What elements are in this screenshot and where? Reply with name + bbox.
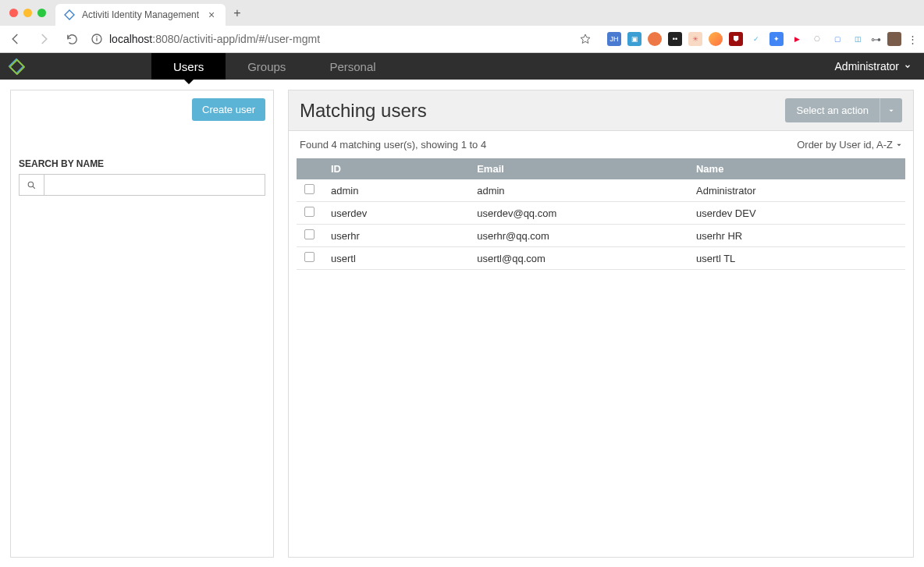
minimize-window-icon[interactable] xyxy=(23,9,32,17)
select-action-button[interactable]: Select an action xyxy=(785,98,880,122)
tab-title: Activiti Identity Management xyxy=(82,9,199,20)
svg-line-7 xyxy=(33,186,35,189)
row-checkbox[interactable] xyxy=(304,229,315,239)
extension-icon[interactable]: ✦ xyxy=(769,32,784,46)
svg-rect-2 xyxy=(96,38,97,41)
cell-id: userdev xyxy=(323,202,469,225)
search-label: SEARCH BY NAME xyxy=(19,121,265,169)
profile-avatar-icon[interactable] xyxy=(887,32,901,46)
page-title: Matching users xyxy=(300,100,427,122)
main-layout: Create user SEARCH BY NAME Matching user… xyxy=(0,80,924,567)
svg-marker-0 xyxy=(65,10,74,19)
chevron-down-icon xyxy=(904,62,912,70)
row-checkbox[interactable] xyxy=(304,207,315,217)
user-name: Administrator xyxy=(835,60,899,73)
close-window-icon[interactable] xyxy=(9,9,18,17)
row-checkbox[interactable] xyxy=(304,184,315,194)
svg-point-3 xyxy=(96,36,98,37)
url-host: localhost xyxy=(109,33,152,45)
nav-groups[interactable]: Groups xyxy=(226,53,307,80)
cell-name: userdev DEV xyxy=(688,202,905,225)
arrow-right-icon xyxy=(37,32,51,46)
bookmark-star-icon[interactable] xyxy=(579,33,592,45)
nav-label: Personal xyxy=(329,60,375,73)
create-user-button[interactable]: Create user xyxy=(192,98,265,121)
browser-menu-icon[interactable]: ⋮ xyxy=(908,34,918,45)
caret-down-icon xyxy=(888,108,894,114)
forward-button[interactable] xyxy=(34,30,53,48)
users-table: ID Email Name adminadminAdministratoruse… xyxy=(297,158,905,270)
table-row[interactable]: adminadminAdministrator xyxy=(297,179,905,202)
cell-name: Administrator xyxy=(688,179,905,202)
cell-name: userhr HR xyxy=(688,225,905,247)
col-name: Name xyxy=(688,158,905,179)
extension-icon[interactable]: ☀ xyxy=(688,32,702,46)
extension-icon[interactable]: ▣ xyxy=(627,32,641,46)
app-favicon-icon xyxy=(63,9,76,21)
app-logo-icon[interactable] xyxy=(3,53,30,80)
svg-point-6 xyxy=(28,182,34,187)
caret-down-icon xyxy=(896,142,902,148)
key-icon[interactable]: ⊶ xyxy=(871,34,881,45)
cell-id: usertl xyxy=(323,247,469,270)
cell-email: admin xyxy=(469,179,688,202)
content: Matching users Select an action Found 4 … xyxy=(288,90,914,558)
select-action-caret[interactable] xyxy=(880,98,902,122)
close-tab-icon[interactable]: × xyxy=(205,9,218,21)
extension-icon[interactable]: JH xyxy=(607,32,621,46)
sidebar: Create user SEARCH BY NAME xyxy=(10,90,274,558)
row-checkbox[interactable] xyxy=(304,252,315,262)
search-icon xyxy=(19,174,44,196)
col-email: Email xyxy=(469,158,688,179)
user-menu[interactable]: Administrator xyxy=(835,60,912,73)
extension-icon[interactable]: ▢ xyxy=(830,32,844,46)
url-path: /activiti-app/idm/#/user-mgmt xyxy=(179,33,320,45)
extension-icon[interactable] xyxy=(709,32,723,46)
extension-icon[interactable]: •• xyxy=(668,32,682,46)
extension-icon[interactable]: ✓ xyxy=(749,32,763,46)
nav-personal[interactable]: Personal xyxy=(307,53,397,80)
nav-label: Groups xyxy=(247,60,286,73)
browser-chrome: Activiti Identity Management × + localho… xyxy=(0,0,924,53)
reload-button[interactable] xyxy=(62,30,81,48)
col-checkbox xyxy=(297,158,323,179)
cell-email: usertl@qq.com xyxy=(469,247,688,270)
nav-users[interactable]: Users xyxy=(151,53,226,80)
table-row[interactable]: usertlusertl@qq.comusertl TL xyxy=(297,247,905,270)
app-nav: Users Groups Personal xyxy=(151,53,398,80)
maximize-window-icon[interactable] xyxy=(37,9,46,17)
address-bar[interactable]: localhost:8080/activiti-app/idm/#/user-m… xyxy=(91,33,570,45)
action-group: Select an action xyxy=(785,98,902,122)
extension-icon[interactable] xyxy=(648,32,662,46)
browser-tab[interactable]: Activiti Identity Management × xyxy=(55,4,226,26)
extension-icons: JH ▣ •• ☀ ⛊ ✓ ✦ ▶ ⎔ ▢ ◫ ⊶ ⋮ xyxy=(607,32,918,46)
col-id: ID xyxy=(323,158,469,179)
table-header-row: ID Email Name xyxy=(297,158,905,179)
window-controls xyxy=(0,9,55,17)
search-input[interactable] xyxy=(44,174,265,196)
table-row[interactable]: userdevuserdev@qq.comuserdev DEV xyxy=(297,202,905,225)
url-port: :8080 xyxy=(152,33,179,45)
cell-id: userhr xyxy=(323,225,469,247)
reload-icon xyxy=(66,33,79,46)
table-row[interactable]: userhruserhr@qq.comuserhr HR xyxy=(297,225,905,247)
search-wrap xyxy=(19,174,265,196)
order-by[interactable]: Order by User id, A-Z xyxy=(797,139,902,151)
browser-toolbar: localhost:8080/activiti-app/idm/#/user-m… xyxy=(0,26,924,52)
content-header: Matching users Select an action xyxy=(289,90,913,131)
site-info-icon[interactable] xyxy=(91,33,103,45)
result-bar: Found 4 matching user(s), showing 1 to 4… xyxy=(289,131,913,158)
result-count: Found 4 matching user(s), showing 1 to 4 xyxy=(300,139,486,151)
back-button[interactable] xyxy=(6,30,25,48)
cell-email: userdev@qq.com xyxy=(469,202,688,225)
cell-name: usertl TL xyxy=(688,247,905,270)
extension-icon[interactable]: ⛊ xyxy=(729,32,743,46)
tab-strip: Activiti Identity Management × + xyxy=(0,0,924,26)
extension-icon[interactable]: ⎔ xyxy=(810,32,824,46)
arrow-left-icon xyxy=(9,32,23,46)
cell-email: userhr@qq.com xyxy=(469,225,688,247)
extension-icon[interactable]: ▶ xyxy=(790,32,804,46)
extension-icon[interactable]: ◫ xyxy=(851,32,865,46)
nav-label: Users xyxy=(173,60,204,73)
new-tab-button[interactable]: + xyxy=(233,6,240,20)
